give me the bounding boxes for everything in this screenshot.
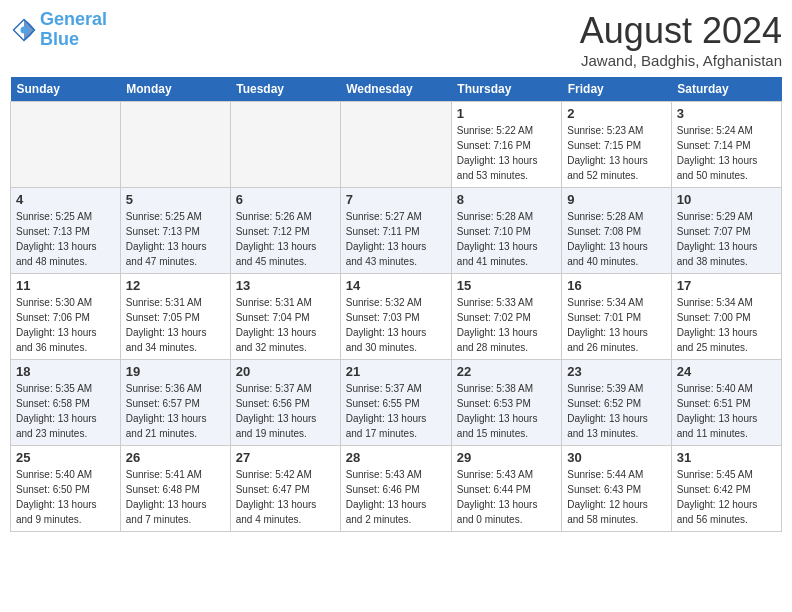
week-row-5: 25Sunrise: 5:40 AMSunset: 6:50 PMDayligh… [11, 446, 782, 532]
day-info: Sunrise: 5:26 AMSunset: 7:12 PMDaylight:… [236, 209, 335, 269]
day-cell: 15Sunrise: 5:33 AMSunset: 7:02 PMDayligh… [451, 274, 561, 360]
day-cell: 14Sunrise: 5:32 AMSunset: 7:03 PMDayligh… [340, 274, 451, 360]
day-cell: 28Sunrise: 5:43 AMSunset: 6:46 PMDayligh… [340, 446, 451, 532]
location: Jawand, Badghis, Afghanistan [580, 52, 782, 69]
day-info: Sunrise: 5:40 AMSunset: 6:51 PMDaylight:… [677, 381, 776, 441]
week-row-2: 4Sunrise: 5:25 AMSunset: 7:13 PMDaylight… [11, 188, 782, 274]
day-number: 21 [346, 364, 446, 379]
day-number: 18 [16, 364, 115, 379]
day-cell: 9Sunrise: 5:28 AMSunset: 7:08 PMDaylight… [562, 188, 672, 274]
day-number: 29 [457, 450, 556, 465]
day-number: 15 [457, 278, 556, 293]
day-cell [120, 102, 230, 188]
day-number: 24 [677, 364, 776, 379]
day-info: Sunrise: 5:25 AMSunset: 7:13 PMDaylight:… [16, 209, 115, 269]
day-info: Sunrise: 5:29 AMSunset: 7:07 PMDaylight:… [677, 209, 776, 269]
day-number: 31 [677, 450, 776, 465]
day-cell: 5Sunrise: 5:25 AMSunset: 7:13 PMDaylight… [120, 188, 230, 274]
day-info: Sunrise: 5:34 AMSunset: 7:00 PMDaylight:… [677, 295, 776, 355]
day-number: 12 [126, 278, 225, 293]
day-cell: 7Sunrise: 5:27 AMSunset: 7:11 PMDaylight… [340, 188, 451, 274]
day-cell: 19Sunrise: 5:36 AMSunset: 6:57 PMDayligh… [120, 360, 230, 446]
day-cell: 12Sunrise: 5:31 AMSunset: 7:05 PMDayligh… [120, 274, 230, 360]
day-info: Sunrise: 5:40 AMSunset: 6:50 PMDaylight:… [16, 467, 115, 527]
day-cell: 22Sunrise: 5:38 AMSunset: 6:53 PMDayligh… [451, 360, 561, 446]
weekday-header-friday: Friday [562, 77, 672, 102]
day-cell: 17Sunrise: 5:34 AMSunset: 7:00 PMDayligh… [671, 274, 781, 360]
day-cell: 8Sunrise: 5:28 AMSunset: 7:10 PMDaylight… [451, 188, 561, 274]
month-year: August 2024 [580, 10, 782, 52]
day-number: 4 [16, 192, 115, 207]
day-cell: 10Sunrise: 5:29 AMSunset: 7:07 PMDayligh… [671, 188, 781, 274]
day-cell: 21Sunrise: 5:37 AMSunset: 6:55 PMDayligh… [340, 360, 451, 446]
day-cell: 27Sunrise: 5:42 AMSunset: 6:47 PMDayligh… [230, 446, 340, 532]
day-number: 20 [236, 364, 335, 379]
logo: General Blue [10, 10, 107, 50]
day-cell: 6Sunrise: 5:26 AMSunset: 7:12 PMDaylight… [230, 188, 340, 274]
day-info: Sunrise: 5:39 AMSunset: 6:52 PMDaylight:… [567, 381, 666, 441]
day-cell: 26Sunrise: 5:41 AMSunset: 6:48 PMDayligh… [120, 446, 230, 532]
weekday-header-saturday: Saturday [671, 77, 781, 102]
day-number: 1 [457, 106, 556, 121]
weekday-header-sunday: Sunday [11, 77, 121, 102]
day-cell: 20Sunrise: 5:37 AMSunset: 6:56 PMDayligh… [230, 360, 340, 446]
day-cell [340, 102, 451, 188]
day-cell: 18Sunrise: 5:35 AMSunset: 6:58 PMDayligh… [11, 360, 121, 446]
day-info: Sunrise: 5:28 AMSunset: 7:10 PMDaylight:… [457, 209, 556, 269]
day-number: 11 [16, 278, 115, 293]
day-info: Sunrise: 5:45 AMSunset: 6:42 PMDaylight:… [677, 467, 776, 527]
day-info: Sunrise: 5:30 AMSunset: 7:06 PMDaylight:… [16, 295, 115, 355]
day-cell: 16Sunrise: 5:34 AMSunset: 7:01 PMDayligh… [562, 274, 672, 360]
day-info: Sunrise: 5:44 AMSunset: 6:43 PMDaylight:… [567, 467, 666, 527]
day-cell [11, 102, 121, 188]
week-row-4: 18Sunrise: 5:35 AMSunset: 6:58 PMDayligh… [11, 360, 782, 446]
svg-point-0 [21, 26, 28, 33]
day-number: 2 [567, 106, 666, 121]
day-cell: 3Sunrise: 5:24 AMSunset: 7:14 PMDaylight… [671, 102, 781, 188]
day-cell: 29Sunrise: 5:43 AMSunset: 6:44 PMDayligh… [451, 446, 561, 532]
week-row-1: 1Sunrise: 5:22 AMSunset: 7:16 PMDaylight… [11, 102, 782, 188]
day-number: 6 [236, 192, 335, 207]
day-info: Sunrise: 5:22 AMSunset: 7:16 PMDaylight:… [457, 123, 556, 183]
day-number: 17 [677, 278, 776, 293]
calendar-table: SundayMondayTuesdayWednesdayThursdayFrid… [10, 77, 782, 532]
day-number: 19 [126, 364, 225, 379]
weekday-header-wednesday: Wednesday [340, 77, 451, 102]
day-number: 30 [567, 450, 666, 465]
day-cell: 4Sunrise: 5:25 AMSunset: 7:13 PMDaylight… [11, 188, 121, 274]
weekday-header-thursday: Thursday [451, 77, 561, 102]
day-cell: 31Sunrise: 5:45 AMSunset: 6:42 PMDayligh… [671, 446, 781, 532]
day-number: 27 [236, 450, 335, 465]
day-cell [230, 102, 340, 188]
day-info: Sunrise: 5:24 AMSunset: 7:14 PMDaylight:… [677, 123, 776, 183]
day-number: 5 [126, 192, 225, 207]
page-header: General Blue August 2024 Jawand, Badghis… [10, 10, 782, 69]
day-cell: 1Sunrise: 5:22 AMSunset: 7:16 PMDaylight… [451, 102, 561, 188]
day-number: 26 [126, 450, 225, 465]
day-info: Sunrise: 5:38 AMSunset: 6:53 PMDaylight:… [457, 381, 556, 441]
day-info: Sunrise: 5:36 AMSunset: 6:57 PMDaylight:… [126, 381, 225, 441]
day-number: 9 [567, 192, 666, 207]
day-cell: 11Sunrise: 5:30 AMSunset: 7:06 PMDayligh… [11, 274, 121, 360]
day-cell: 13Sunrise: 5:31 AMSunset: 7:04 PMDayligh… [230, 274, 340, 360]
day-info: Sunrise: 5:37 AMSunset: 6:55 PMDaylight:… [346, 381, 446, 441]
day-cell: 25Sunrise: 5:40 AMSunset: 6:50 PMDayligh… [11, 446, 121, 532]
day-info: Sunrise: 5:35 AMSunset: 6:58 PMDaylight:… [16, 381, 115, 441]
day-info: Sunrise: 5:37 AMSunset: 6:56 PMDaylight:… [236, 381, 335, 441]
day-number: 14 [346, 278, 446, 293]
day-cell: 23Sunrise: 5:39 AMSunset: 6:52 PMDayligh… [562, 360, 672, 446]
day-cell: 24Sunrise: 5:40 AMSunset: 6:51 PMDayligh… [671, 360, 781, 446]
day-number: 16 [567, 278, 666, 293]
weekday-header-tuesday: Tuesday [230, 77, 340, 102]
day-number: 25 [16, 450, 115, 465]
day-number: 8 [457, 192, 556, 207]
day-number: 7 [346, 192, 446, 207]
day-info: Sunrise: 5:31 AMSunset: 7:04 PMDaylight:… [236, 295, 335, 355]
weekday-header-monday: Monday [120, 77, 230, 102]
day-info: Sunrise: 5:43 AMSunset: 6:44 PMDaylight:… [457, 467, 556, 527]
day-number: 23 [567, 364, 666, 379]
day-number: 13 [236, 278, 335, 293]
day-number: 10 [677, 192, 776, 207]
day-info: Sunrise: 5:33 AMSunset: 7:02 PMDaylight:… [457, 295, 556, 355]
day-info: Sunrise: 5:41 AMSunset: 6:48 PMDaylight:… [126, 467, 225, 527]
